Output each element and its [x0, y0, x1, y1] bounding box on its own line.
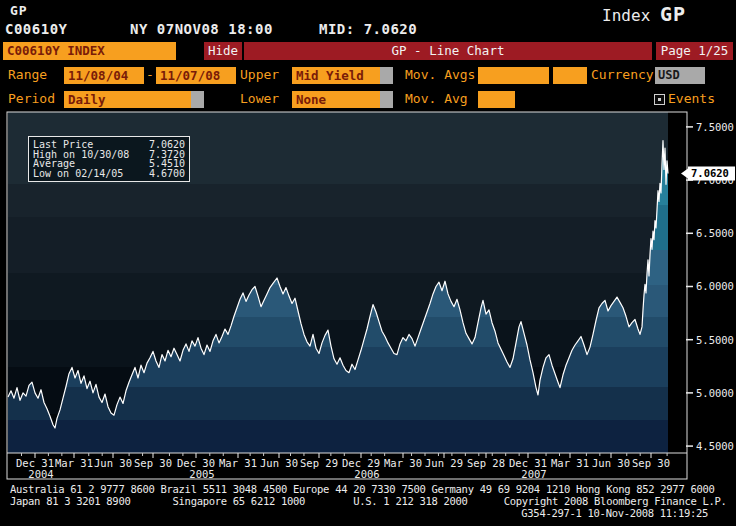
x-year-label: 2005: [189, 468, 214, 480]
y-tick-label: 7.5000: [696, 121, 734, 133]
x-tick-label: Mar 31: [55, 457, 93, 469]
line-chart: 7.50007.00006.50006.00005.50005.00004.50…: [0, 0, 736, 526]
legend-row: Low on 02/14/054.6700: [33, 169, 185, 179]
footer-contacts-line2: Japan 81 3 3201 8900 Singapore 65 6212 1…: [10, 495, 727, 507]
y-tick-label: 5.0000: [696, 387, 734, 399]
x-axis: Dec 312004Mar 31Jun 30Sep 30Dec 302005Ma…: [16, 453, 670, 480]
x-year-label: 2007: [521, 468, 546, 480]
last-price-marker: 7.0620: [681, 166, 735, 180]
footer-terminal-id: G354-297-1 10-Nov-2008 11:19:25: [521, 507, 708, 519]
y-tick-label: 6.5000: [696, 227, 734, 239]
y-tick-label: 6.0000: [696, 280, 734, 292]
x-year-label: 2004: [28, 468, 53, 480]
x-tick-label: Mar 31: [551, 457, 589, 469]
bloomberg-terminal-screen: GP Index GP C00610Y NY 07NOV08 18:00 MID…: [0, 0, 736, 526]
x-year-label: 2006: [354, 468, 379, 480]
x-tick-label: Sep 28: [467, 457, 505, 469]
footer-contacts-line1: Australia 61 2 9777 8600 Brazil 5511 304…: [10, 483, 715, 495]
x-tick-label: Sep 30: [134, 457, 172, 469]
chart-legend: Last Price7.0620 High on 10/30/087.3720 …: [28, 136, 190, 182]
x-tick-label: Jun 29: [425, 457, 463, 469]
y-tick-label: 4.5000: [696, 440, 734, 452]
x-tick-label: Jun 30: [260, 457, 298, 469]
x-tick-label: Sep 30: [632, 457, 670, 469]
x-tick-label: Mar 31: [219, 457, 257, 469]
y-tick-label: 5.5000: [696, 334, 734, 346]
x-tick-label: Jun 30: [592, 457, 630, 469]
last-price-label: 7.0620: [691, 167, 729, 179]
x-tick-label: Jun 30: [94, 457, 132, 469]
x-tick-label: Sep 29: [300, 457, 338, 469]
x-tick-label: Mar 30: [384, 457, 422, 469]
